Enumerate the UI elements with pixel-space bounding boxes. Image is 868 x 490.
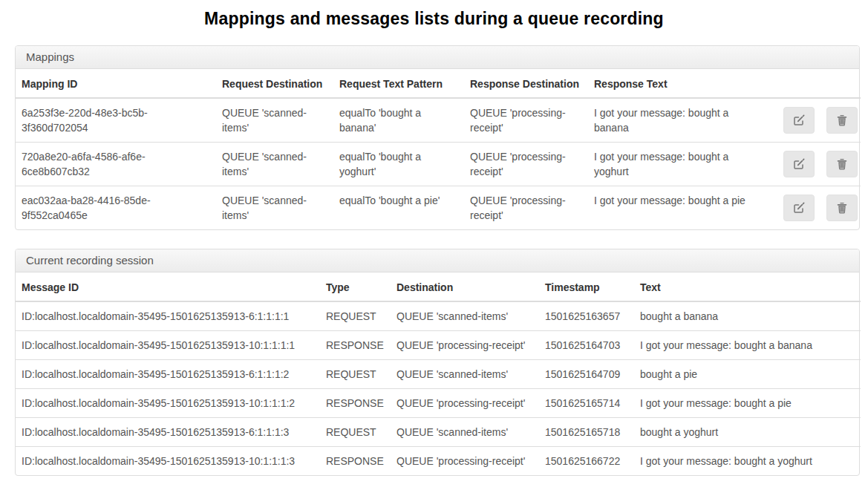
mappings-panel: Mappings Mapping ID Request Destination … xyxy=(15,45,860,230)
response-text-cell: I got your message: bought a yoghurt xyxy=(588,143,769,186)
destination-cell: QUEUE 'processing-receipt' xyxy=(391,447,539,476)
edit-mapping-button[interactable] xyxy=(783,195,815,221)
text-cell: bought a yoghurt xyxy=(634,418,861,447)
type-cell: REQUEST xyxy=(320,418,391,447)
destination-cell: QUEUE 'processing-receipt' xyxy=(391,331,539,360)
col-response-text: Response Text xyxy=(588,69,769,98)
col-response-destination: Response Destination xyxy=(464,69,588,98)
trash-icon xyxy=(836,114,848,125)
col-actions xyxy=(769,69,861,98)
delete-mapping-button[interactable] xyxy=(826,195,858,221)
recording-session-heading: Current recording session xyxy=(16,249,859,272)
message-row: ID:localhost.localdomain-35495-150162513… xyxy=(16,389,861,418)
mapping-id-cell: 720a8e20-a6fa-4586-af6e-6ce8b607cb32 xyxy=(16,143,216,186)
message-id-cell: ID:localhost.localdomain-35495-150162513… xyxy=(16,418,320,447)
edit-icon xyxy=(793,158,806,169)
delete-mapping-button[interactable] xyxy=(826,107,858,134)
mapping-actions-cell xyxy=(769,98,861,143)
timestamp-cell: 1501625165718 xyxy=(539,418,634,447)
col-type: Type xyxy=(320,272,391,301)
destination-cell: QUEUE 'scanned-items' xyxy=(391,418,539,447)
text-cell: I got your message: bought a yoghurt xyxy=(634,447,861,476)
request-destination-cell: QUEUE 'scanned-items' xyxy=(216,186,333,230)
message-id-cell: ID:localhost.localdomain-35495-150162513… xyxy=(16,301,320,331)
col-destination: Destination xyxy=(391,272,539,301)
text-cell: bought a banana xyxy=(634,301,861,331)
type-cell: REQUEST xyxy=(320,360,391,389)
mapping-actions-cell xyxy=(769,143,861,186)
type-cell: RESPONSE xyxy=(320,389,391,418)
col-request-text-pattern: Request Text Pattern xyxy=(333,69,464,98)
timestamp-cell: 1501625164703 xyxy=(539,331,634,360)
col-timestamp: Timestamp xyxy=(539,272,634,301)
mappings-header-row: Mapping ID Request Destination Request T… xyxy=(16,69,861,98)
edit-icon xyxy=(793,202,806,213)
trash-icon xyxy=(836,202,848,213)
message-row: ID:localhost.localdomain-35495-150162513… xyxy=(16,447,861,476)
destination-cell: QUEUE 'scanned-items' xyxy=(391,360,539,389)
timestamp-cell: 1501625166722 xyxy=(539,447,634,476)
response-text-cell: I got your message: bought a pie xyxy=(588,186,769,230)
mapping-id-cell: eac032aa-ba28-4416-85de-9f552ca0465e xyxy=(16,186,216,230)
text-cell: bought a pie xyxy=(634,360,861,389)
col-text: Text xyxy=(634,272,861,301)
message-row: ID:localhost.localdomain-35495-150162513… xyxy=(16,331,861,360)
mapping-row: 6a253f3e-220d-48e3-bc5b-3f360d702054 QUE… xyxy=(16,98,861,143)
message-id-cell: ID:localhost.localdomain-35495-150162513… xyxy=(16,447,320,476)
col-mapping-id: Mapping ID xyxy=(16,69,216,98)
recording-session-panel: Current recording session Message ID Typ… xyxy=(15,249,860,476)
response-text-cell: I got your message: bought a banana xyxy=(588,98,769,143)
request-text-pattern-cell: equalTo 'bought a yoghurt' xyxy=(333,143,464,186)
mapping-row: 720a8e20-a6fa-4586-af6e-6ce8b607cb32 QUE… xyxy=(16,143,861,186)
edit-mapping-button[interactable] xyxy=(783,151,815,177)
timestamp-cell: 1501625163657 xyxy=(539,301,634,331)
type-cell: RESPONSE xyxy=(320,447,391,476)
col-request-destination: Request Destination xyxy=(216,69,333,98)
message-row: ID:localhost.localdomain-35495-150162513… xyxy=(16,418,861,447)
delete-mapping-button[interactable] xyxy=(826,151,858,177)
mappings-table: Mapping ID Request Destination Request T… xyxy=(16,69,861,229)
timestamp-cell: 1501625164709 xyxy=(539,360,634,389)
message-id-cell: ID:localhost.localdomain-35495-150162513… xyxy=(16,360,320,389)
timestamp-cell: 1501625165714 xyxy=(539,389,634,418)
messages-header-row: Message ID Type Destination Timestamp Te… xyxy=(16,272,861,301)
text-cell: I got your message: bought a pie xyxy=(634,389,861,418)
message-row: ID:localhost.localdomain-35495-150162513… xyxy=(16,360,861,389)
response-destination-cell: QUEUE 'processing-receipt' xyxy=(464,186,588,230)
messages-table: Message ID Type Destination Timestamp Te… xyxy=(16,272,861,475)
mappings-panel-heading: Mappings xyxy=(16,46,859,69)
text-cell: I got your message: bought a banana xyxy=(634,331,861,360)
response-destination-cell: QUEUE 'processing-receipt' xyxy=(464,98,588,143)
mapping-id-cell: 6a253f3e-220d-48e3-bc5b-3f360d702054 xyxy=(16,98,216,143)
message-id-cell: ID:localhost.localdomain-35495-150162513… xyxy=(16,389,320,418)
message-row: ID:localhost.localdomain-35495-150162513… xyxy=(16,301,861,331)
request-text-pattern-cell: equalTo 'bought a banana' xyxy=(333,98,464,143)
message-id-cell: ID:localhost.localdomain-35495-150162513… xyxy=(16,331,320,360)
request-destination-cell: QUEUE 'scanned-items' xyxy=(216,98,333,143)
trash-icon xyxy=(836,158,848,169)
edit-icon xyxy=(793,114,806,125)
type-cell: RESPONSE xyxy=(320,331,391,360)
destination-cell: QUEUE 'processing-receipt' xyxy=(391,389,539,418)
mapping-row: eac032aa-ba28-4416-85de-9f552ca0465e QUE… xyxy=(16,186,861,230)
col-message-id: Message ID xyxy=(16,272,320,301)
response-destination-cell: QUEUE 'processing-receipt' xyxy=(464,143,588,186)
edit-mapping-button[interactable] xyxy=(783,107,815,134)
request-destination-cell: QUEUE 'scanned-items' xyxy=(216,143,333,186)
type-cell: REQUEST xyxy=(320,301,391,331)
request-text-pattern-cell: equalTo 'bought a pie' xyxy=(333,186,464,230)
mapping-actions-cell xyxy=(769,186,861,230)
page-title: Mappings and messages lists during a que… xyxy=(0,9,868,29)
destination-cell: QUEUE 'scanned-items' xyxy=(391,301,539,331)
